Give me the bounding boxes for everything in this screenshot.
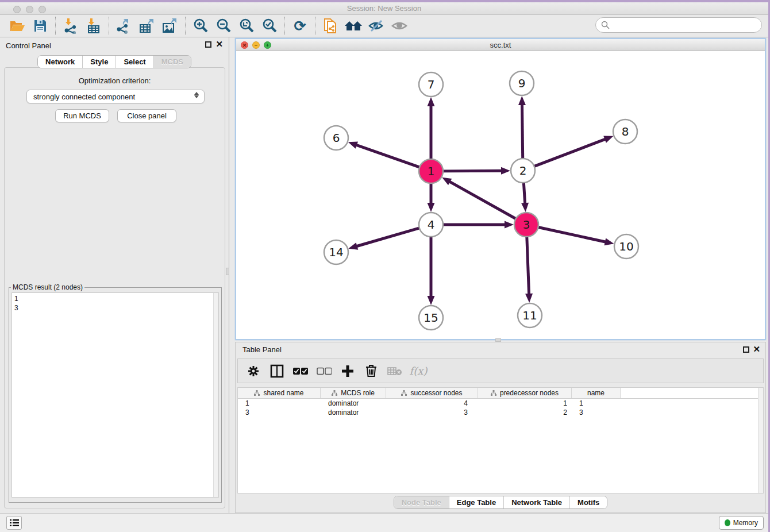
toolbar-separator xyxy=(315,17,315,35)
network-overview-icon[interactable] xyxy=(342,16,365,36)
edge-3-10[interactable] xyxy=(538,227,607,242)
edge-4-14[interactable] xyxy=(355,228,420,247)
save-session-icon[interactable] xyxy=(29,16,52,36)
import-network-icon[interactable] xyxy=(59,16,82,36)
control-panel: Control Panel ✕ NetworkStyleSelectMCDS O… xyxy=(0,37,229,513)
column-header-MCDS-role[interactable]: MCDS role xyxy=(321,388,386,398)
task-history-button[interactable] xyxy=(6,516,22,530)
tab-motifs[interactable]: Motifs xyxy=(570,496,607,508)
table-cell[interactable]: 4 xyxy=(386,399,478,407)
minimize-window-button[interactable] xyxy=(26,6,33,13)
hide-selected-icon[interactable] xyxy=(365,16,388,36)
column-header-name[interactable]: name xyxy=(572,388,621,398)
edge-arrowhead xyxy=(428,203,435,212)
table-cell[interactable]: 3 xyxy=(386,408,478,417)
tab-mcds[interactable]: MCDS xyxy=(154,56,191,68)
table-cell[interactable]: 3 xyxy=(238,408,321,417)
tab-select[interactable]: Select xyxy=(116,56,153,68)
table-cell[interactable]: dominator xyxy=(321,399,386,407)
tab-node-table[interactable]: Node Table xyxy=(394,496,449,508)
deselect-all-icon[interactable] xyxy=(317,364,332,379)
edge-1-6[interactable] xyxy=(355,144,420,167)
column-layout-icon[interactable] xyxy=(270,364,284,379)
optimization-criterion-label: Optimization criterion: xyxy=(5,76,225,85)
column-header-label: predecessor nodes xyxy=(500,389,559,397)
node-label-10: 10 xyxy=(619,240,633,253)
edge-3-1[interactable] xyxy=(448,181,517,219)
table-cell[interactable]: 1 xyxy=(238,399,321,407)
zoom-selected-icon[interactable] xyxy=(258,16,281,36)
node-table[interactable]: shared nameMCDS rolesuccessor nodesprede… xyxy=(237,387,764,494)
zoom-fit-icon[interactable] xyxy=(235,16,258,36)
edge-arrowhead xyxy=(525,294,533,303)
optimization-criterion-value: strongly connected component xyxy=(33,92,135,101)
edge-2-9[interactable] xyxy=(522,103,522,159)
export-network-icon[interactable] xyxy=(113,16,136,36)
delete-row-icon[interactable] xyxy=(364,364,379,379)
table-panel-title: Table Panel xyxy=(242,345,282,354)
float-panel-icon[interactable] xyxy=(205,41,211,48)
search-input[interactable] xyxy=(613,21,761,29)
mcds-result-scrollbar[interactable] xyxy=(213,293,218,497)
close-table-panel-icon[interactable]: ✕ xyxy=(753,345,760,353)
run-mcds-button[interactable]: Run MCDS xyxy=(55,109,109,122)
close-panel-icon[interactable]: ✕ xyxy=(215,40,223,48)
network-graph-canvas[interactable]: 7968124314101511 xyxy=(236,51,765,339)
clone-network-icon[interactable] xyxy=(319,16,342,36)
vertical-splitter-handle[interactable] xyxy=(226,268,229,275)
import-table-icon[interactable] xyxy=(82,16,105,36)
table-row[interactable]: 3dominator323 xyxy=(238,408,763,417)
add-row-icon[interactable] xyxy=(340,364,355,379)
export-image-icon[interactable] xyxy=(159,16,182,36)
edge-2-8[interactable] xyxy=(534,138,607,167)
close-window-button[interactable] xyxy=(13,6,21,13)
memory-button[interactable]: Memory xyxy=(719,516,764,530)
mcds-result-text[interactable]: 1 3 xyxy=(11,292,219,498)
show-graphics-icon[interactable] xyxy=(388,16,411,36)
select-all-icon[interactable] xyxy=(293,364,308,379)
table-cell[interactable]: dominator xyxy=(321,408,386,417)
tab-network[interactable]: Network xyxy=(38,56,83,68)
close-network-icon[interactable]: ✕ xyxy=(241,41,248,49)
zoom-out-icon[interactable] xyxy=(212,16,235,36)
apply-layout-icon[interactable]: ⟳ xyxy=(288,16,311,36)
edge-arrowhead xyxy=(603,136,613,142)
network-view-window[interactable]: ✕ − + scc.txt 7968124314101511 xyxy=(235,38,766,340)
toolbar-separator xyxy=(185,17,186,35)
mcds-tab-content: Optimization criterion: strongly connect… xyxy=(4,67,225,508)
export-table-icon[interactable] xyxy=(136,16,159,36)
table-cell[interactable]: 3 xyxy=(572,408,621,417)
close-panel-button[interactable]: Close panel xyxy=(117,109,176,122)
open-session-icon[interactable] xyxy=(6,16,29,36)
column-header-label: MCDS role xyxy=(341,389,375,397)
edge-arrowhead xyxy=(501,167,510,175)
table-cell[interactable]: 2 xyxy=(478,408,572,417)
app-titlebar: Session: New Session xyxy=(0,2,768,15)
float-table-panel-icon[interactable] xyxy=(743,346,749,353)
zoom-in-icon[interactable] xyxy=(189,16,212,36)
maximize-window-button[interactable] xyxy=(38,6,46,13)
table-cell[interactable]: 1 xyxy=(478,399,572,407)
column-header-predecessor-nodes[interactable]: predecessor nodes xyxy=(478,388,572,398)
network-window-titlebar[interactable]: ✕ − + scc.txt xyxy=(236,39,765,51)
optimization-criterion-select[interactable]: strongly connected component xyxy=(26,90,205,103)
table-cell[interactable]: 1 xyxy=(572,399,621,407)
column-settings-icon[interactable] xyxy=(246,364,261,379)
tab-style[interactable]: Style xyxy=(83,56,116,68)
control-panel-title: Control Panel xyxy=(6,41,51,50)
table-row[interactable]: 1dominator411 xyxy=(238,399,763,408)
table-panel-tabs: Node TableEdge TableNetwork TableMotifs xyxy=(236,496,765,509)
edge-1-2[interactable] xyxy=(442,171,503,171)
edge-3-11[interactable] xyxy=(527,236,529,296)
edge-2-3[interactable] xyxy=(523,182,525,205)
column-header-successor-nodes[interactable]: successor nodes xyxy=(386,388,478,398)
table-scrollbar[interactable] xyxy=(758,388,763,493)
maximize-network-icon[interactable]: + xyxy=(264,41,271,49)
tab-edge-table[interactable]: Edge Table xyxy=(449,496,504,508)
column-header-shared-name[interactable]: shared name xyxy=(238,388,321,398)
minimize-network-icon[interactable]: − xyxy=(252,41,260,49)
tab-network-table[interactable]: Network Table xyxy=(504,496,570,508)
search-box[interactable] xyxy=(595,17,762,33)
memory-label: Memory xyxy=(733,519,758,527)
table-body: 1dominator4113dominator323 xyxy=(238,399,763,417)
